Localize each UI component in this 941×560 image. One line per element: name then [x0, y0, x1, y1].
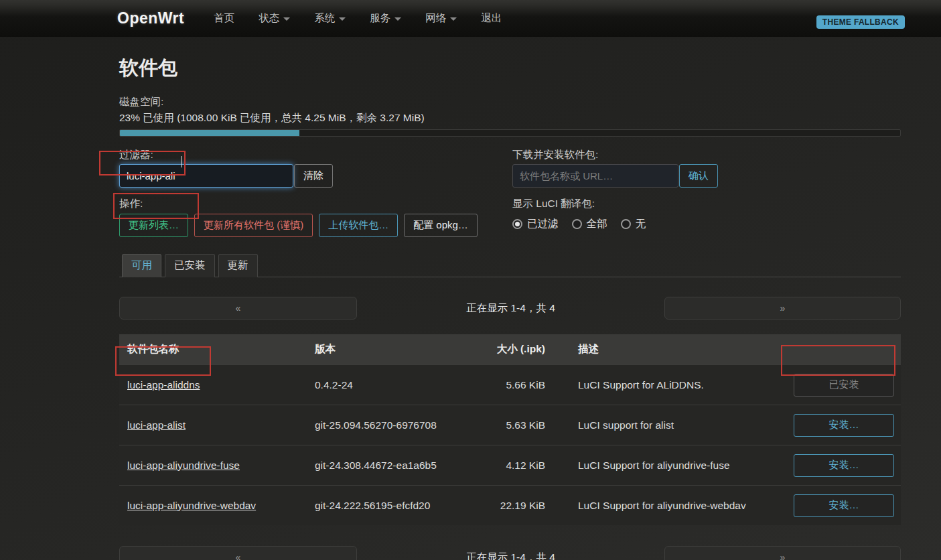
nav-item-label: 网络: [425, 11, 446, 25]
package-version: git-24.222.56195-efcfd20: [307, 500, 484, 512]
theme-fallback-badge: THEME FALLBACK: [816, 15, 905, 29]
pagination-status: 正在显示 1-4，共 4: [357, 551, 664, 560]
table-header-row: 软件包名称 版本 大小 (.ipk) 描述: [119, 334, 901, 364]
prev-page-button[interactable]: «: [119, 297, 357, 320]
table-row: luci-app-aliddns 0.4.2-24 5.66 KiB LuCI …: [119, 364, 901, 405]
nav-item-logout[interactable]: 退出: [481, 11, 502, 25]
translations-label: 显示 LuCI 翻译包:: [512, 197, 901, 211]
install-button[interactable]: 安装…: [794, 494, 894, 517]
installed-button: 已安装: [794, 374, 894, 397]
package-size: 4.12 KiB: [484, 460, 548, 472]
radio-selected-icon: [512, 219, 522, 229]
package-size: 5.63 KiB: [484, 419, 548, 431]
upload-package-button[interactable]: 上传软件包…: [319, 214, 398, 237]
download-install-label: 下载并安装软件包:: [512, 148, 901, 162]
install-button[interactable]: 安装…: [794, 454, 894, 477]
text-cursor: [181, 156, 182, 167]
next-page-button[interactable]: »: [664, 297, 901, 320]
package-size: 5.66 KiB: [484, 379, 548, 391]
nav-item-home[interactable]: 首页: [214, 11, 234, 25]
actions-label: 操作:: [119, 197, 512, 211]
disk-space-label: 磁盘空间:: [119, 95, 901, 109]
install-button[interactable]: 安装…: [794, 414, 894, 437]
page-title: 软件包: [119, 55, 901, 82]
package-description: LuCI support for alist: [548, 419, 780, 431]
nav-item-network[interactable]: 网络: [425, 11, 457, 25]
brand-logo[interactable]: OpenWrt: [117, 9, 184, 27]
radio-unselected-icon: [572, 219, 582, 229]
download-package-input[interactable]: [512, 164, 678, 188]
package-description: LuCI Support for aliyundrive-webdav: [548, 500, 780, 512]
table-row: luci-app-aliyundrive-webdav git-24.222.5…: [119, 485, 901, 525]
filter-input[interactable]: [119, 164, 293, 188]
update-lists-button[interactable]: 更新列表…: [119, 214, 188, 237]
package-table: 软件包名称 版本 大小 (.ipk) 描述 luci-app-aliddns 0…: [119, 334, 901, 525]
chevron-down-icon: [394, 17, 401, 21]
nav-item-label: 首页: [214, 11, 234, 25]
prev-page-button[interactable]: «: [119, 546, 357, 560]
radio-all[interactable]: 全部: [572, 217, 607, 231]
tab-available[interactable]: 可用: [122, 254, 161, 277]
package-size: 22.19 KiB: [484, 500, 548, 512]
package-link[interactable]: luci-app-alist: [127, 419, 186, 431]
chevron-down-icon: [339, 17, 346, 21]
radio-unselected-icon: [621, 219, 631, 229]
disk-usage-text: 23% 已使用 (1008.00 KiB 已使用，总共 4.25 MiB，剩余 …: [119, 111, 901, 125]
nav-item-system[interactable]: 系统: [314, 11, 346, 25]
download-ok-button[interactable]: 确认: [679, 164, 718, 188]
package-description: LuCI Support for aliyundrive-fuse: [548, 460, 780, 472]
upgrade-all-button[interactable]: 更新所有软件包 (谨慎): [194, 214, 313, 237]
nav-item-label: 退出: [481, 11, 502, 25]
nav-item-label: 系统: [314, 11, 335, 25]
main-menu: 首页 状态 系统 服务 网络 退出: [214, 11, 502, 25]
nav-item-label: 服务: [370, 11, 390, 25]
package-version: git-24.308.44672-ea1a6b5: [307, 460, 484, 472]
nav-item-label: 状态: [259, 11, 279, 25]
package-version: 0.4.2-24: [307, 379, 484, 391]
package-link[interactable]: luci-app-aliddns: [127, 379, 200, 391]
configure-opkg-button[interactable]: 配置 opkg…: [404, 214, 478, 237]
package-description: LuCI Support for ALiDDNS.: [548, 379, 780, 391]
chevron-down-icon: [283, 17, 290, 21]
table-row: luci-app-aliyundrive-fuse git-24.308.446…: [119, 445, 901, 485]
radio-filtered[interactable]: 已过滤: [512, 217, 559, 231]
tab-installed[interactable]: 已安装: [165, 254, 215, 277]
next-page-button[interactable]: »: [664, 546, 901, 560]
clear-filter-button[interactable]: 清除: [294, 164, 333, 188]
pagination-top: « 正在显示 1-4，共 4 »: [119, 297, 901, 320]
package-version: git-25.094.56270-6976708: [307, 419, 484, 431]
nav-item-status[interactable]: 状态: [259, 11, 290, 25]
table-row: luci-app-alist git-25.094.56270-6976708 …: [119, 405, 901, 445]
filter-label: 过滤器:: [119, 148, 512, 162]
header-description: 描述: [548, 342, 780, 356]
disk-usage-progressbar: [119, 129, 901, 137]
package-link[interactable]: luci-app-aliyundrive-fuse: [127, 460, 240, 471]
nav-item-services[interactable]: 服务: [370, 11, 401, 25]
header-size: 大小 (.ipk): [484, 342, 548, 356]
tab-updates[interactable]: 更新: [218, 254, 258, 277]
radio-none[interactable]: 无: [621, 217, 646, 231]
header-version: 版本: [307, 342, 484, 356]
top-navbar: OpenWrt 首页 状态 系统 服务 网络 退出 THEME FALLBACK: [0, 0, 941, 37]
pagination-status: 正在显示 1-4，共 4: [357, 301, 664, 316]
radio-label: 已过滤: [527, 217, 559, 231]
disk-usage-fill: [120, 130, 299, 136]
chevron-down-icon: [450, 17, 457, 21]
main-content: 软件包 磁盘空间: 23% 已使用 (1008.00 KiB 已使用，总共 4.…: [0, 55, 941, 560]
header-package-name: 软件包名称: [119, 342, 307, 356]
radio-label: 无: [636, 217, 646, 231]
package-tabs: 可用 已安装 更新: [119, 253, 901, 277]
pagination-bottom: « 正在显示 1-4，共 4 »: [119, 546, 901, 560]
radio-label: 全部: [587, 217, 607, 231]
package-link[interactable]: luci-app-aliyundrive-webdav: [127, 500, 256, 511]
